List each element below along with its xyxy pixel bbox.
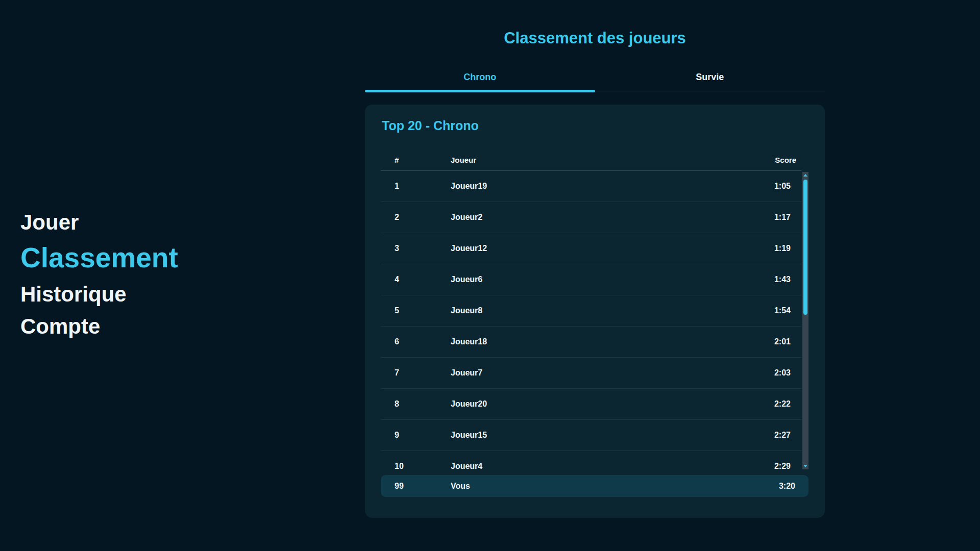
table-row: 8Joueur202:22 — [381, 389, 801, 420]
cell-rank: 3 — [381, 244, 451, 253]
menu-item-historique[interactable]: Historique — [20, 282, 178, 306]
cell-score: 2:29 — [755, 462, 801, 469]
scrollbar-track[interactable] — [802, 172, 808, 469]
cell-player: Joueur7 — [451, 368, 755, 378]
cell-score: 1:17 — [755, 213, 801, 222]
cell-player: Joueur2 — [451, 213, 755, 222]
cell-rank: 6 — [381, 337, 451, 346]
menu-item-compte[interactable]: Compte — [20, 314, 178, 338]
scrollbar-thumb[interactable] — [803, 180, 807, 315]
cell-rank: 5 — [381, 306, 451, 315]
table-row: 7Joueur72:03 — [381, 358, 801, 389]
leaderboard-heading: Top 20 - Chrono — [382, 118, 479, 133]
table-row: 1Joueur191:05 — [381, 171, 801, 202]
cell-score: 2:22 — [755, 399, 801, 409]
cell-rank: 10 — [381, 462, 451, 469]
you-row-player: Vous — [451, 482, 763, 491]
you-row: 99 Vous 3:20 — [381, 475, 808, 497]
page-title: Classement des joueurs — [365, 29, 825, 47]
cell-rank: 8 — [381, 399, 451, 409]
cell-score: 1:19 — [755, 244, 801, 253]
column-header-score: Score — [755, 156, 801, 164]
scrollbar-up-arrow-icon[interactable] — [803, 174, 807, 177]
you-row-score: 3:20 — [763, 482, 808, 491]
cell-score: 2:01 — [755, 337, 801, 346]
table-row: 6Joueur182:01 — [381, 327, 801, 358]
cell-player: Joueur15 — [451, 431, 755, 440]
cell-score: 1:43 — [755, 275, 801, 284]
cell-score: 2:27 — [755, 431, 801, 440]
cell-rank: 4 — [381, 275, 451, 284]
tab-bar: Chrono Survie — [365, 65, 825, 91]
leaderboard-card: Top 20 - Chrono # Joueur Score 1Joueur19… — [365, 105, 825, 518]
table-row: 9Joueur152:27 — [381, 420, 801, 451]
cell-player: Joueur19 — [451, 182, 755, 191]
cell-player: Joueur8 — [451, 306, 755, 315]
cell-player: Joueur4 — [451, 462, 755, 469]
table-row: 3Joueur121:19 — [381, 233, 801, 264]
table-header: # Joueur Score — [381, 149, 801, 171]
cell-rank: 9 — [381, 431, 451, 440]
menu-item-jouer[interactable]: Jouer — [20, 210, 178, 234]
menu-item-classement[interactable]: Classement — [20, 242, 178, 274]
cell-rank: 2 — [381, 213, 451, 222]
cell-rank: 7 — [381, 368, 451, 378]
tab-chrono[interactable]: Chrono — [365, 65, 595, 91]
cell-score: 2:03 — [755, 368, 801, 378]
column-header-player: Joueur — [451, 156, 755, 164]
cell-rank: 1 — [381, 182, 451, 191]
cell-player: Joueur12 — [451, 244, 755, 253]
cell-score: 1:05 — [755, 182, 801, 191]
table-row: 2Joueur21:17 — [381, 202, 801, 233]
column-header-rank: # — [381, 156, 451, 164]
cell-player: Joueur6 — [451, 275, 755, 284]
table-row: 5Joueur81:54 — [381, 295, 801, 327]
table-row: 10Joueur42:29 — [381, 451, 801, 469]
you-row-rank: 99 — [381, 482, 451, 491]
table-row: 4Joueur61:43 — [381, 264, 801, 295]
cell-player: Joueur18 — [451, 337, 755, 346]
cell-score: 1:54 — [755, 306, 801, 315]
leaderboard-rows[interactable]: 1Joueur191:052Joueur21:173Joueur121:194J… — [381, 171, 801, 469]
scrollbar-down-arrow-icon[interactable] — [803, 465, 807, 467]
tab-survie[interactable]: Survie — [595, 65, 825, 91]
main-menu: Jouer Classement Historique Compte — [20, 210, 178, 338]
cell-player: Joueur20 — [451, 399, 755, 409]
